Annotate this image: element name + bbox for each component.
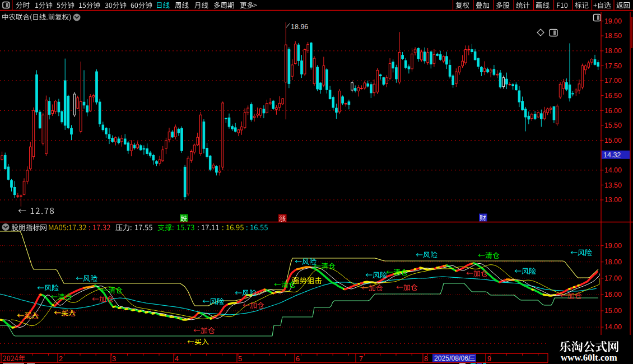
svg-text:15.50: 15.50 [604,122,622,129]
svg-text:18.00: 18.00 [604,258,622,266]
svg-text:14.00: 14.00 [604,323,622,331]
svg-text:15.00: 15.00 [604,137,622,144]
svg-text:2025/08/06/: 2025/08/06/ [434,354,471,362]
svg-text:17.00: 17.00 [604,274,622,282]
svg-text:13.50: 13.50 [604,181,622,189]
svg-text:3: 3 [112,355,116,363]
svg-text:9: 9 [487,355,491,363]
svg-text:17.50: 17.50 [604,62,622,70]
svg-text:6: 6 [296,355,300,363]
svg-text:www.60lt.com: www.60lt.com [561,352,617,363]
svg-text:19.00: 19.00 [604,17,622,25]
svg-text:2: 2 [59,355,63,363]
svg-text:16.00: 16.00 [604,107,622,115]
svg-text:14.32: 14.32 [603,151,621,159]
svg-text:18.96: 18.96 [291,23,308,31]
svg-text:7: 7 [359,355,363,363]
svg-text:19.00: 19.00 [604,242,622,250]
svg-text:15.00: 15.00 [604,307,622,315]
svg-text:4: 4 [175,355,179,363]
svg-text:16.00: 16.00 [604,291,622,298]
svg-text:13.00: 13.00 [604,196,622,204]
svg-text:18.00: 18.00 [604,47,622,55]
svg-text:16.50: 16.50 [604,92,622,100]
svg-text:17.00: 17.00 [604,77,622,85]
svg-text:5: 5 [238,355,242,363]
svg-text:18.50: 18.50 [604,32,622,40]
svg-text:8: 8 [424,355,428,363]
svg-text:14.00: 14.00 [604,166,622,174]
